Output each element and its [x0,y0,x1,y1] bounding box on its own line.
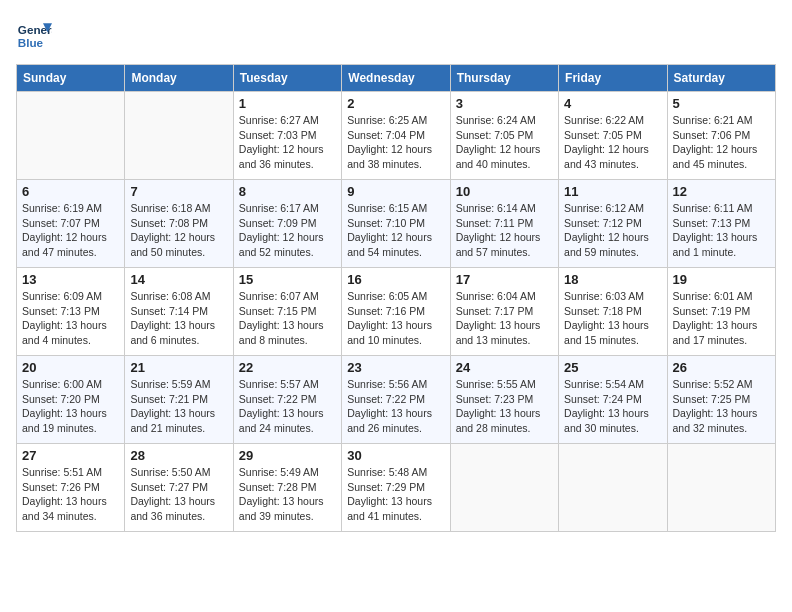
day-info: Sunrise: 6:22 AM Sunset: 7:05 PM Dayligh… [564,113,661,172]
day-info: Sunrise: 6:04 AM Sunset: 7:17 PM Dayligh… [456,289,553,348]
calendar-cell: 1Sunrise: 6:27 AM Sunset: 7:03 PM Daylig… [233,92,341,180]
day-info: Sunrise: 6:01 AM Sunset: 7:19 PM Dayligh… [673,289,770,348]
day-number: 19 [673,272,770,287]
day-info: Sunrise: 6:14 AM Sunset: 7:11 PM Dayligh… [456,201,553,260]
logo: General Blue [16,16,52,52]
day-number: 3 [456,96,553,111]
day-info: Sunrise: 6:12 AM Sunset: 7:12 PM Dayligh… [564,201,661,260]
day-info: Sunrise: 5:49 AM Sunset: 7:28 PM Dayligh… [239,465,336,524]
day-number: 7 [130,184,227,199]
calendar-cell: 2Sunrise: 6:25 AM Sunset: 7:04 PM Daylig… [342,92,450,180]
day-info: Sunrise: 5:54 AM Sunset: 7:24 PM Dayligh… [564,377,661,436]
calendar-cell: 22Sunrise: 5:57 AM Sunset: 7:22 PM Dayli… [233,356,341,444]
day-number: 14 [130,272,227,287]
calendar-cell: 25Sunrise: 5:54 AM Sunset: 7:24 PM Dayli… [559,356,667,444]
day-info: Sunrise: 5:57 AM Sunset: 7:22 PM Dayligh… [239,377,336,436]
weekday-header-row: SundayMondayTuesdayWednesdayThursdayFrid… [17,65,776,92]
day-info: Sunrise: 5:59 AM Sunset: 7:21 PM Dayligh… [130,377,227,436]
week-row-4: 20Sunrise: 6:00 AM Sunset: 7:20 PM Dayli… [17,356,776,444]
day-info: Sunrise: 5:51 AM Sunset: 7:26 PM Dayligh… [22,465,119,524]
calendar-cell: 21Sunrise: 5:59 AM Sunset: 7:21 PM Dayli… [125,356,233,444]
calendar-cell: 20Sunrise: 6:00 AM Sunset: 7:20 PM Dayli… [17,356,125,444]
calendar-cell [667,444,775,532]
calendar-cell: 30Sunrise: 5:48 AM Sunset: 7:29 PM Dayli… [342,444,450,532]
day-info: Sunrise: 6:21 AM Sunset: 7:06 PM Dayligh… [673,113,770,172]
calendar-cell: 14Sunrise: 6:08 AM Sunset: 7:14 PM Dayli… [125,268,233,356]
day-info: Sunrise: 5:48 AM Sunset: 7:29 PM Dayligh… [347,465,444,524]
day-info: Sunrise: 6:15 AM Sunset: 7:10 PM Dayligh… [347,201,444,260]
day-number: 18 [564,272,661,287]
day-info: Sunrise: 6:25 AM Sunset: 7:04 PM Dayligh… [347,113,444,172]
day-info: Sunrise: 6:18 AM Sunset: 7:08 PM Dayligh… [130,201,227,260]
day-number: 8 [239,184,336,199]
calendar-cell: 19Sunrise: 6:01 AM Sunset: 7:19 PM Dayli… [667,268,775,356]
week-row-3: 13Sunrise: 6:09 AM Sunset: 7:13 PM Dayli… [17,268,776,356]
calendar-cell: 3Sunrise: 6:24 AM Sunset: 7:05 PM Daylig… [450,92,558,180]
day-info: Sunrise: 5:56 AM Sunset: 7:22 PM Dayligh… [347,377,444,436]
day-info: Sunrise: 6:03 AM Sunset: 7:18 PM Dayligh… [564,289,661,348]
calendar-cell: 6Sunrise: 6:19 AM Sunset: 7:07 PM Daylig… [17,180,125,268]
day-number: 27 [22,448,119,463]
day-number: 9 [347,184,444,199]
calendar-cell: 13Sunrise: 6:09 AM Sunset: 7:13 PM Dayli… [17,268,125,356]
day-info: Sunrise: 6:27 AM Sunset: 7:03 PM Dayligh… [239,113,336,172]
calendar-cell: 5Sunrise: 6:21 AM Sunset: 7:06 PM Daylig… [667,92,775,180]
weekday-wednesday: Wednesday [342,65,450,92]
calendar-cell: 26Sunrise: 5:52 AM Sunset: 7:25 PM Dayli… [667,356,775,444]
day-number: 1 [239,96,336,111]
calendar-cell: 9Sunrise: 6:15 AM Sunset: 7:10 PM Daylig… [342,180,450,268]
calendar-cell: 4Sunrise: 6:22 AM Sunset: 7:05 PM Daylig… [559,92,667,180]
weekday-saturday: Saturday [667,65,775,92]
calendar-cell [559,444,667,532]
day-number: 28 [130,448,227,463]
weekday-tuesday: Tuesday [233,65,341,92]
calendar-cell [125,92,233,180]
week-row-1: 1Sunrise: 6:27 AM Sunset: 7:03 PM Daylig… [17,92,776,180]
weekday-friday: Friday [559,65,667,92]
logo-icon: General Blue [16,16,52,52]
calendar-cell: 27Sunrise: 5:51 AM Sunset: 7:26 PM Dayli… [17,444,125,532]
calendar-body: 1Sunrise: 6:27 AM Sunset: 7:03 PM Daylig… [17,92,776,532]
calendar-cell [17,92,125,180]
calendar-cell: 16Sunrise: 6:05 AM Sunset: 7:16 PM Dayli… [342,268,450,356]
day-number: 22 [239,360,336,375]
calendar-cell: 8Sunrise: 6:17 AM Sunset: 7:09 PM Daylig… [233,180,341,268]
day-number: 24 [456,360,553,375]
calendar-cell: 24Sunrise: 5:55 AM Sunset: 7:23 PM Dayli… [450,356,558,444]
page-header: General Blue [16,16,776,52]
calendar-cell: 18Sunrise: 6:03 AM Sunset: 7:18 PM Dayli… [559,268,667,356]
calendar-cell: 10Sunrise: 6:14 AM Sunset: 7:11 PM Dayli… [450,180,558,268]
day-number: 2 [347,96,444,111]
week-row-5: 27Sunrise: 5:51 AM Sunset: 7:26 PM Dayli… [17,444,776,532]
day-info: Sunrise: 5:55 AM Sunset: 7:23 PM Dayligh… [456,377,553,436]
calendar-cell [450,444,558,532]
day-info: Sunrise: 6:19 AM Sunset: 7:07 PM Dayligh… [22,201,119,260]
day-info: Sunrise: 6:07 AM Sunset: 7:15 PM Dayligh… [239,289,336,348]
day-number: 21 [130,360,227,375]
day-info: Sunrise: 6:17 AM Sunset: 7:09 PM Dayligh… [239,201,336,260]
calendar-cell: 7Sunrise: 6:18 AM Sunset: 7:08 PM Daylig… [125,180,233,268]
calendar-table: SundayMondayTuesdayWednesdayThursdayFrid… [16,64,776,532]
day-info: Sunrise: 6:08 AM Sunset: 7:14 PM Dayligh… [130,289,227,348]
day-number: 6 [22,184,119,199]
week-row-2: 6Sunrise: 6:19 AM Sunset: 7:07 PM Daylig… [17,180,776,268]
weekday-monday: Monday [125,65,233,92]
day-number: 29 [239,448,336,463]
day-number: 11 [564,184,661,199]
day-info: Sunrise: 5:50 AM Sunset: 7:27 PM Dayligh… [130,465,227,524]
calendar-cell: 12Sunrise: 6:11 AM Sunset: 7:13 PM Dayli… [667,180,775,268]
day-number: 26 [673,360,770,375]
day-number: 15 [239,272,336,287]
day-info: Sunrise: 6:00 AM Sunset: 7:20 PM Dayligh… [22,377,119,436]
day-number: 12 [673,184,770,199]
calendar-cell: 17Sunrise: 6:04 AM Sunset: 7:17 PM Dayli… [450,268,558,356]
day-number: 17 [456,272,553,287]
calendar-cell: 15Sunrise: 6:07 AM Sunset: 7:15 PM Dayli… [233,268,341,356]
day-info: Sunrise: 6:05 AM Sunset: 7:16 PM Dayligh… [347,289,444,348]
weekday-sunday: Sunday [17,65,125,92]
day-number: 23 [347,360,444,375]
day-number: 10 [456,184,553,199]
day-info: Sunrise: 6:11 AM Sunset: 7:13 PM Dayligh… [673,201,770,260]
day-number: 5 [673,96,770,111]
day-number: 30 [347,448,444,463]
